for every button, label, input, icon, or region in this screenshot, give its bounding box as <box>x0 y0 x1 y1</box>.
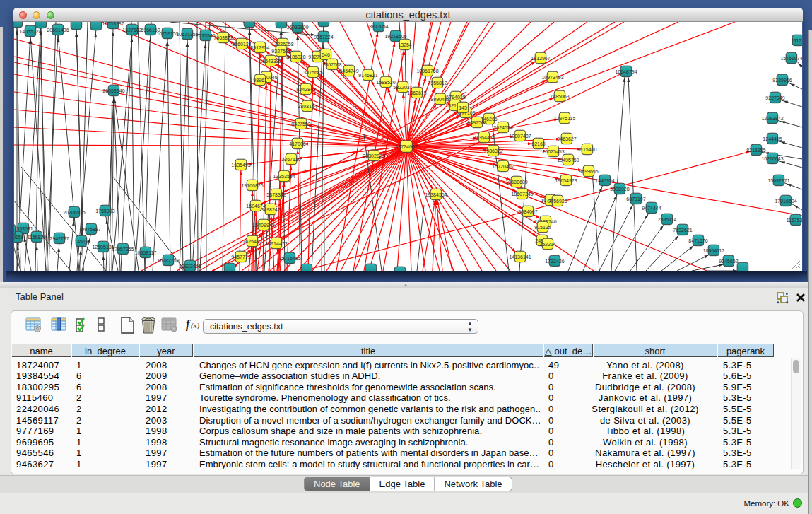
svg-text:8912954: 8912954 <box>250 45 269 50</box>
svg-text:7632621: 7632621 <box>673 228 692 233</box>
svg-text:21364436: 21364436 <box>473 135 495 140</box>
svg-text:9463627: 9463627 <box>557 136 576 141</box>
svg-text:12975115: 12975115 <box>554 116 576 121</box>
svg-text:15720407: 15720407 <box>492 164 514 169</box>
svg-text:9084067: 9084067 <box>518 209 537 214</box>
svg-text:5938928: 5938928 <box>610 187 629 192</box>
svg-text:8186328: 8186328 <box>286 54 305 59</box>
svg-text:1733426: 1733426 <box>545 259 564 264</box>
svg-text:1527602: 1527602 <box>122 28 141 33</box>
svg-text:10654112: 10654112 <box>703 248 725 253</box>
svg-text:1167534: 1167534 <box>787 218 802 223</box>
svg-text:1553081: 1553081 <box>14 226 33 231</box>
svg-text:5878342: 5878342 <box>266 192 286 197</box>
svg-text:12093872: 12093872 <box>761 116 783 121</box>
svg-text:15716485: 15716485 <box>278 256 300 261</box>
svg-text:1755993: 1755993 <box>95 209 114 214</box>
svg-text:6497568: 6497568 <box>467 120 486 125</box>
svg-text:7663822: 7663822 <box>213 35 233 40</box>
svg-text:20691406: 20691406 <box>47 28 69 33</box>
svg-text:9146821: 9146821 <box>358 73 377 78</box>
svg-text:3624554: 3624554 <box>493 125 512 130</box>
svg-text:1156829: 1156829 <box>28 235 47 240</box>
svg-text:10807487: 10807487 <box>509 134 531 139</box>
svg-text:3875685: 3875685 <box>303 70 322 75</box>
svg-text:9699695: 9699695 <box>579 169 598 174</box>
svg-text:16210643: 16210643 <box>761 156 783 161</box>
svg-text:16543382: 16543382 <box>259 59 281 64</box>
svg-text:10958117: 10958117 <box>135 250 157 255</box>
svg-text:f: f <box>186 318 191 331</box>
svg-text:20206535: 20206535 <box>63 210 85 215</box>
svg-text:2935114: 2935114 <box>658 217 677 222</box>
svg-text:9329966: 9329966 <box>772 78 792 83</box>
svg-text:19218506: 19218506 <box>384 34 406 39</box>
svg-text:9227349: 9227349 <box>765 95 784 100</box>
svg-text:145: 145 <box>459 105 467 110</box>
svg-text:15751074: 15751074 <box>780 56 802 61</box>
svg-text:19166825: 19166825 <box>241 183 263 188</box>
svg-text:7485063: 7485063 <box>550 94 569 99</box>
svg-text:23302023: 23302023 <box>363 153 384 158</box>
svg-text:1440954: 1440954 <box>595 178 614 183</box>
svg-text:10671355: 10671355 <box>176 32 198 37</box>
svg-text:1362615: 1362615 <box>407 90 426 95</box>
svg-text:8471676: 8471676 <box>688 238 707 243</box>
svg-text:10688609: 10688609 <box>505 180 527 185</box>
svg-text:10961768: 10961768 <box>416 69 438 74</box>
svg-text:9756928: 9756928 <box>548 199 567 204</box>
svg-text:12923448: 12923448 <box>179 264 201 269</box>
svg-text:3498242: 3498242 <box>261 207 280 212</box>
svg-text:417006: 417006 <box>289 141 305 146</box>
svg-text:26053346: 26053346 <box>102 88 124 93</box>
svg-text:19384554: 19384554 <box>425 192 447 197</box>
svg-text:16648794: 16648794 <box>615 69 637 74</box>
svg-text:18724007: 18724007 <box>395 144 417 149</box>
svg-text:7625402: 7625402 <box>242 239 261 244</box>
svg-text:16033809: 16033809 <box>286 25 308 30</box>
svg-text:9242848: 9242848 <box>296 87 315 92</box>
svg-text:2867608: 2867608 <box>322 62 341 67</box>
svg-text:1213967: 1213967 <box>531 56 550 61</box>
svg-text:10719155: 10719155 <box>156 31 178 36</box>
svg-text:10653287: 10653287 <box>102 22 124 26</box>
svg-text:9975887: 9975887 <box>81 227 100 232</box>
svg-text:9115460: 9115460 <box>578 147 597 152</box>
svg-text:7515546: 7515546 <box>196 33 215 38</box>
svg-text:8427552: 8427552 <box>291 122 310 127</box>
svg-text:11127: 11127 <box>792 38 802 43</box>
svg-text:8660124: 8660124 <box>232 42 251 47</box>
svg-text:915132: 915132 <box>534 225 551 230</box>
svg-text:14136141: 14136141 <box>509 255 531 259</box>
svg-text:546: 546 <box>322 52 330 57</box>
svg-text:15409948: 15409948 <box>252 223 274 228</box>
svg-text:7955812: 7955812 <box>428 81 447 86</box>
svg-text:13353594: 13353594 <box>273 174 295 179</box>
svg-text:9457771: 9457771 <box>231 255 250 259</box>
svg-text:6794028: 6794028 <box>446 95 465 100</box>
svg-text:2803144: 2803144 <box>298 104 317 109</box>
svg-text:17957255: 17957255 <box>112 247 134 252</box>
svg-text:10973493: 10973493 <box>541 75 563 80</box>
svg-text:252214: 252214 <box>539 242 555 247</box>
svg-text:9327506: 9327506 <box>271 49 290 54</box>
svg-text:14914473: 14914473 <box>265 241 287 246</box>
svg-text:1588520: 1588520 <box>376 80 395 85</box>
svg-text:6879197: 6879197 <box>626 197 645 201</box>
svg-text:15692971: 15692971 <box>767 178 789 183</box>
svg-text:12505135: 12505135 <box>92 245 114 250</box>
svg-text:8813054: 8813054 <box>369 24 388 29</box>
svg-text:8454749: 8454749 <box>339 69 358 74</box>
svg-text:3267130: 3267130 <box>281 157 300 162</box>
svg-text:39159: 39159 <box>14 235 24 240</box>
svg-text:14055724: 14055724 <box>19 29 41 34</box>
svg-text:7986322: 7986322 <box>483 148 502 153</box>
svg-text:19495759: 19495759 <box>557 158 579 163</box>
svg-text:1635493: 1635493 <box>231 163 250 168</box>
svg-text:62160: 62160 <box>531 141 546 146</box>
svg-text:98961: 98961 <box>253 78 267 83</box>
svg-text:9357224: 9357224 <box>314 35 333 40</box>
svg-text:14519: 14519 <box>74 239 88 244</box>
svg-text:5822037: 5822037 <box>393 85 412 90</box>
svg-text:13254: 13254 <box>398 42 412 47</box>
